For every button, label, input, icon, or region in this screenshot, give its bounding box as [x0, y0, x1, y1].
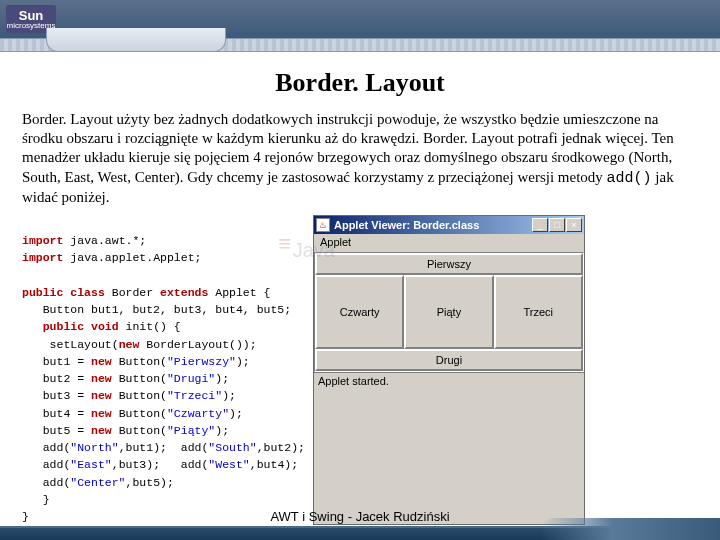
columns: import java.awt.*; import java.applet.Ap… — [22, 215, 698, 526]
south-button[interactable]: Drugi — [315, 349, 583, 371]
logo-top: Sun — [19, 9, 44, 22]
add-method-code: add() — [607, 170, 652, 187]
maximize-button[interactable]: □ — [549, 218, 565, 232]
para-text-1: Border. Layout użyty bez żadnych dodatko… — [22, 111, 674, 185]
slide-content: Border. Layout Border. Layout użyty bez … — [0, 52, 720, 525]
east-button[interactable]: Trzeci — [494, 275, 583, 349]
applet-menu[interactable]: Applet — [314, 234, 584, 252]
applet-titlebar[interactable]: ♨ Applet Viewer: Border.class _ □ × — [314, 216, 584, 234]
close-button[interactable]: × — [566, 218, 582, 232]
page-title: Border. Layout — [22, 68, 698, 98]
applet-body: Pierwszy Czwarty Piąty Trzeci Drugi — [314, 252, 584, 372]
center-row: Czwarty Piąty Trzeci — [315, 275, 583, 349]
minimize-button[interactable]: _ — [532, 218, 548, 232]
header-tab — [46, 28, 226, 52]
center-button[interactable]: Piąty — [404, 275, 493, 349]
code-sample: import java.awt.*; import java.applet.Ap… — [22, 215, 305, 526]
applet-status: Applet started. — [314, 372, 584, 390]
north-button[interactable]: Pierwszy — [315, 253, 583, 275]
window-controls: _ □ × — [532, 218, 582, 232]
west-button[interactable]: Czwarty — [315, 275, 404, 349]
applet-title: Applet Viewer: Border.class — [334, 219, 532, 231]
description-paragraph: Border. Layout użyty bez żadnych dodatko… — [22, 110, 698, 207]
applet-icon: ♨ — [316, 218, 330, 232]
applet-window: ♨ Applet Viewer: Border.class _ □ × Appl… — [313, 215, 585, 526]
footer-bar — [0, 526, 720, 540]
footer: AWT i Swing - Jacek Rudziński — [0, 505, 720, 540]
